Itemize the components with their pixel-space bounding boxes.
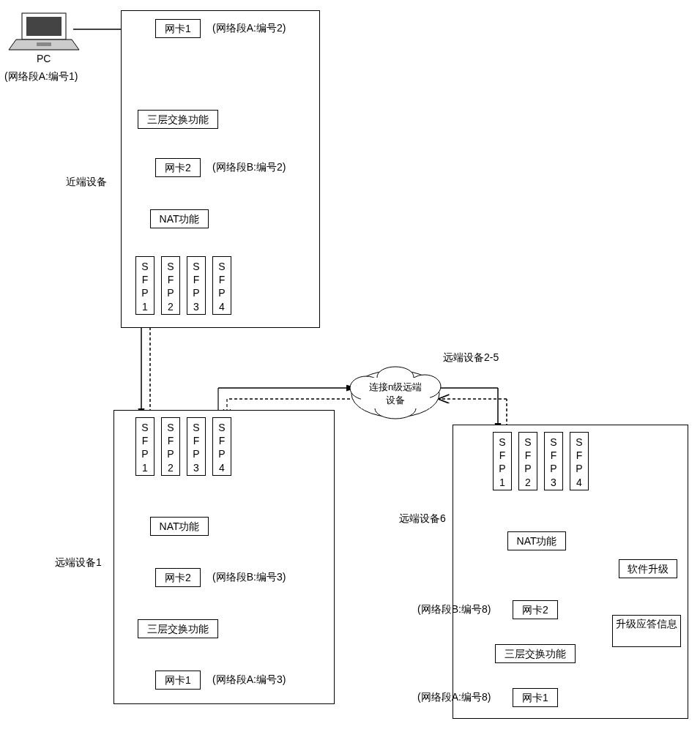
pc-segment-label: (网络段A:编号1) xyxy=(4,70,78,83)
remote6-nic2-seg: (网络段B:编号8) xyxy=(417,603,491,616)
remote6-sfp3: SFP3 xyxy=(544,432,563,490)
cloud-side-label: 远端设备2-5 xyxy=(443,351,499,365)
remote1-nic1-seg: (网络段A:编号3) xyxy=(212,673,286,687)
remote1-nat: NAT功能 xyxy=(150,517,209,536)
near-nic2-seg: (网络段B:编号2) xyxy=(212,161,286,174)
svg-rect-0 xyxy=(22,13,66,40)
laptop-icon xyxy=(9,13,79,50)
near-sfp4: SFP4 xyxy=(212,256,231,315)
remote6-sfp1: SFP1 xyxy=(493,432,512,490)
remote6-nat: NAT功能 xyxy=(507,531,566,550)
cloud-label: 连接n级远端设备 xyxy=(365,381,426,407)
remote1-title: 远端设备1 xyxy=(55,556,102,569)
remote1-l3: 三层交换功能 xyxy=(138,619,218,638)
remote6-nic1-seg: (网络段A:编号8) xyxy=(417,691,491,704)
near-nic1-seg: (网络段A:编号2) xyxy=(212,22,286,35)
remote1-nic1: 网卡1 xyxy=(155,671,201,690)
near-l3: 三层交换功能 xyxy=(138,110,218,129)
remote1-nic2: 网卡2 xyxy=(155,568,201,587)
remote6-response: 升级应答信息 xyxy=(612,615,681,647)
near-nic1: 网卡1 xyxy=(155,19,201,38)
svg-rect-1 xyxy=(26,17,62,36)
near-nic2: 网卡2 xyxy=(155,158,201,177)
remote6-l3: 三层交换功能 xyxy=(495,644,576,663)
remote1-sfp3: SFP3 xyxy=(187,417,206,476)
near-sfp1: SFP1 xyxy=(135,256,154,315)
remote6-sfp2: SFP2 xyxy=(518,432,537,490)
remote6-nic2: 网卡2 xyxy=(513,600,558,619)
near-device-title: 近端设备 xyxy=(66,176,107,189)
remote1-sfp4: SFP4 xyxy=(212,417,231,476)
remote6-sfp4: SFP4 xyxy=(570,432,589,490)
remote6-nic1: 网卡1 xyxy=(513,688,558,707)
remote1-nic2-seg: (网络段B:编号3) xyxy=(212,571,286,584)
remote1-sfp2: SFP2 xyxy=(161,417,180,476)
remote6-upgrade: 软件升级 xyxy=(619,559,677,578)
remote1-sfp1: SFP1 xyxy=(135,417,154,476)
svg-marker-2 xyxy=(9,40,79,50)
near-sfp3: SFP3 xyxy=(187,256,206,315)
near-sfp2: SFP2 xyxy=(161,256,180,315)
svg-rect-3 xyxy=(37,42,51,46)
pc-label: PC xyxy=(37,53,51,64)
remote6-title: 远端设备6 xyxy=(399,512,446,526)
near-nat: NAT功能 xyxy=(150,209,209,228)
